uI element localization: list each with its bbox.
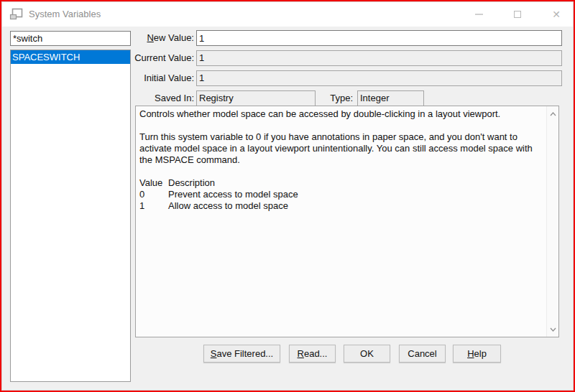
- ok-button[interactable]: OK: [344, 345, 390, 363]
- variable-filter-input[interactable]: [10, 31, 131, 46]
- save-filtered-button[interactable]: Save Filtered...: [203, 345, 280, 363]
- value-table-row: 0Prevent access to model space: [139, 189, 543, 200]
- scroll-up-icon[interactable]: [547, 108, 559, 120]
- current-value-label: Current Value:: [134, 50, 194, 66]
- list-item-spaceswitch[interactable]: SPACESWITCH: [11, 50, 130, 64]
- scroll-down-icon[interactable]: [547, 323, 559, 335]
- minimize-icon[interactable]: [472, 7, 486, 22]
- new-value-label: New Value:: [134, 30, 194, 46]
- system-variables-dialog: System Variables ✕ SPACESWITCH New Value…: [0, 0, 575, 392]
- initial-value-label: Initial Value:: [134, 70, 194, 86]
- maximize-icon[interactable]: [510, 7, 525, 22]
- read-button[interactable]: Read...: [289, 345, 336, 363]
- value-table-header: ValueDescription: [139, 177, 543, 189]
- close-icon[interactable]: ✕: [549, 7, 564, 22]
- type-field: Integer: [357, 90, 424, 106]
- type-label: Type:: [293, 90, 353, 106]
- current-value-field: 1: [196, 50, 562, 66]
- initial-value-field: 1: [196, 70, 562, 86]
- saved-in-label: Saved In:: [134, 90, 194, 106]
- help-button[interactable]: Help: [453, 345, 501, 363]
- description-scrollbar[interactable]: [546, 106, 558, 337]
- description-box: Controls whether model space can be acce…: [135, 106, 559, 337]
- variable-list[interactable]: SPACESWITCH: [10, 50, 131, 382]
- description-text: Controls whether model space can be acce…: [139, 108, 543, 212]
- new-value-input[interactable]: [196, 30, 562, 46]
- value-table-row: 1Allow access to model space: [139, 200, 543, 212]
- titlebar[interactable]: System Variables ✕: [1, 1, 574, 27]
- app-icon: [9, 8, 23, 20]
- window-title: System Variables: [29, 1, 101, 27]
- description-paragraph: Turn this system variable to 0 if you ha…: [139, 131, 543, 166]
- description-paragraph: Controls whether model space can be acce…: [139, 108, 543, 120]
- cancel-button[interactable]: Cancel: [399, 345, 446, 363]
